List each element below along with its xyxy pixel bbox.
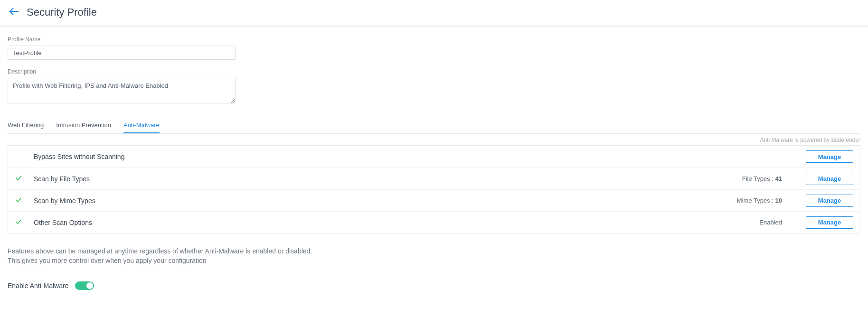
description-block: Description [8, 68, 860, 105]
description-label: Description [8, 68, 860, 75]
row-bypass-label: Bypass Sites without Scanning [34, 153, 782, 160]
toggle-knob-icon [86, 282, 93, 289]
content-area: Profile Name Description Web Filtering I… [0, 27, 868, 299]
tab-web-filtering[interactable]: Web Filtering [8, 118, 44, 133]
feature-note-line2: This gives you more control over when yo… [8, 256, 860, 266]
check-icon [15, 218, 22, 227]
tab-intrusion-prevention[interactable]: Intrusion Prevention [56, 118, 111, 133]
check-icon [15, 196, 22, 205]
tab-anti-malware[interactable]: Anti-Malware [123, 118, 160, 133]
row-otheropts-info: Enabled [759, 219, 782, 226]
row-otheropts-check-cell [15, 218, 34, 227]
row-scan-mime-types: Scan by Mime Types Mime Types : 10 Manag… [8, 189, 860, 211]
page-header: Security Profile [0, 0, 868, 27]
page-title: Security Profile [27, 6, 97, 19]
row-filetypes-info: File Types : 41 [742, 175, 782, 182]
profile-name-block: Profile Name [8, 36, 860, 60]
row-mimetypes-info-value: 10 [775, 197, 782, 204]
settings-rows: Bypass Sites without Scanning Manage Sca… [8, 145, 860, 233]
row-mimetypes-check-cell [15, 196, 34, 205]
row-filetypes-info-prefix: File Types : [742, 175, 775, 182]
manage-button-filetypes[interactable]: Manage [806, 173, 853, 185]
row-other-scan-options: Other Scan Options Enabled Manage [8, 211, 860, 233]
manage-button-bypass[interactable]: Manage [806, 150, 853, 163]
enable-anti-malware-toggle[interactable] [75, 281, 94, 290]
row-bypass-sites: Bypass Sites without Scanning Manage [8, 146, 860, 168]
row-scan-file-types: Scan by File Types File Types : 41 Manag… [8, 168, 860, 189]
row-mimetypes-info-prefix: Mime Types : [737, 197, 775, 204]
feature-note-line1: Features above can be managed at anytime… [8, 247, 860, 256]
manage-button-otheropts[interactable]: Manage [806, 216, 853, 229]
back-arrow-icon[interactable] [9, 6, 20, 19]
row-otheropts-label: Other Scan Options [34, 219, 759, 226]
row-mimetypes-info: Mime Types : 10 [737, 197, 782, 204]
enable-anti-malware-row: Enable Anti-Malware [8, 281, 860, 290]
row-filetypes-check-cell [15, 174, 34, 184]
feature-note: Features above can be managed at anytime… [8, 247, 860, 265]
check-icon [15, 174, 22, 184]
tab-bar: Web Filtering Intrusion Prevention Anti-… [8, 118, 860, 134]
profile-name-label: Profile Name [8, 36, 860, 43]
profile-name-input[interactable] [8, 46, 236, 60]
row-filetypes-info-value: 41 [775, 175, 782, 182]
row-mimetypes-label: Scan by Mime Types [34, 197, 737, 205]
powered-by-text: Anti Malware is powered by Bitdefender [8, 134, 860, 145]
row-filetypes-label: Scan by File Types [34, 175, 742, 183]
description-textarea[interactable] [8, 78, 236, 103]
enable-anti-malware-label: Enable Anti-Malware [8, 282, 68, 289]
manage-button-mimetypes[interactable]: Manage [806, 195, 853, 207]
